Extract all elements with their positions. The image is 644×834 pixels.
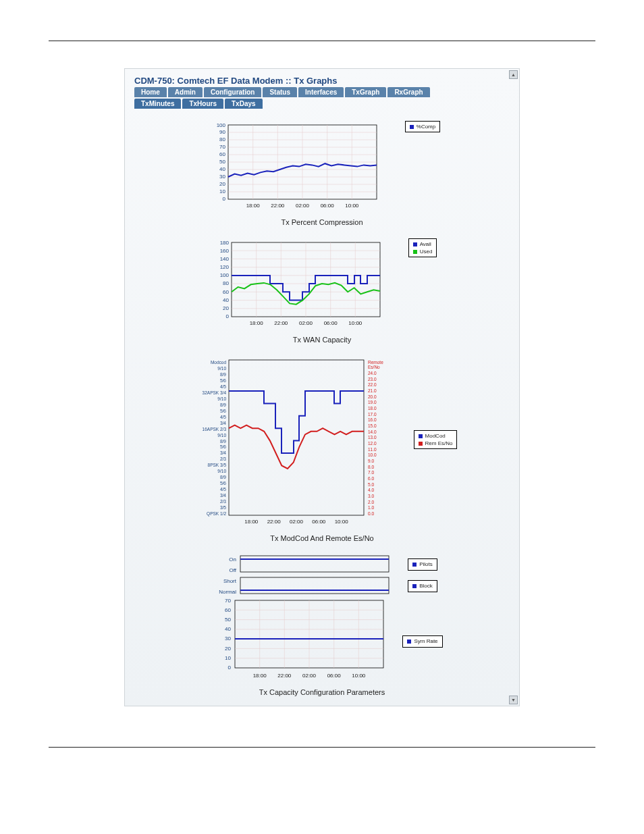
chart-tx-percent-compression: 01020 304050 607080 90100 18:00 22:00 02… [134,121,510,215]
tab-home[interactable]: Home [134,87,167,97]
legend-item-comp: %Comp [417,123,435,130]
svg-text:8/9: 8/9 [220,475,226,479]
svg-text:20: 20 [223,305,229,311]
svg-text:18:00: 18:00 [246,203,260,209]
panel-pilots: On Off [207,554,404,575]
svg-text:90: 90 [219,129,225,135]
svg-text:40: 40 [225,626,232,632]
svg-text:6.0: 6.0 [368,476,374,481]
tab-configuration[interactable]: Configuration [204,87,262,97]
svg-text:4/5: 4/5 [220,415,226,419]
svg-text:20: 20 [225,646,232,652]
legend-comp: %Comp [405,121,440,132]
svg-text:22:00: 22:00 [271,203,285,209]
svg-text:10.0: 10.0 [368,452,377,457]
svg-text:180: 180 [219,240,229,246]
svg-text:10:00: 10:00 [334,519,348,525]
svg-text:60: 60 [225,607,232,613]
chart-tx-wan-capacity: 02040 6080100 120140160 180 18:00 22:00 … [134,238,510,333]
tab-status[interactable]: Status [263,87,297,97]
svg-text:60: 60 [219,151,225,157]
legend-item-pilots: Pilots [419,561,433,568]
tab-txhours[interactable]: TxHours [182,99,223,109]
tab-rxgraph[interactable]: RxGraph [387,87,429,97]
svg-text:160: 160 [219,248,229,254]
chart-tx-modcod-esno: Modcod9/108/95/64/532APSK 3/49/108/95/64… [134,356,510,531]
svg-text:20: 20 [219,181,225,187]
svg-text:Modcod: Modcod [210,360,226,365]
svg-text:06:00: 06:00 [327,673,342,679]
svg-text:80: 80 [219,136,225,142]
main-tabs: Home Admin Configuration Status Interfac… [134,87,510,97]
svg-text:20.0: 20.0 [368,394,377,399]
svg-text:02:00: 02:00 [302,673,317,679]
svg-text:0: 0 [222,196,225,202]
svg-text:Es/No: Es/No [368,365,380,369]
scroll-down-icon[interactable]: ▼ [509,696,518,704]
svg-text:30: 30 [225,635,232,642]
svg-text:60: 60 [223,289,229,295]
svg-text:5/6: 5/6 [220,444,226,449]
svg-text:15.0: 15.0 [368,423,377,428]
svg-text:3/4: 3/4 [220,493,226,498]
svg-text:10: 10 [225,655,232,661]
svg-text:2/3: 2/3 [220,457,226,461]
svg-text:10:00: 10:00 [348,320,363,326]
svg-text:02:00: 02:00 [296,203,310,209]
svg-text:10:00: 10:00 [352,673,367,679]
svg-text:16APSK 2/3: 16APSK 2/3 [202,427,226,432]
svg-text:30: 30 [219,174,225,180]
svg-text:3/4: 3/4 [220,421,226,425]
tab-admin[interactable]: Admin [168,87,203,97]
svg-text:40: 40 [219,166,225,172]
tab-txminutes[interactable]: TxMinutes [134,99,181,109]
svg-text:8PSK 3/5: 8PSK 3/5 [207,463,226,467]
svg-text:140: 140 [219,256,229,262]
svg-text:8/9: 8/9 [220,372,226,377]
chart3-svg: Modcod9/108/95/64/532APSK 3/49/108/95/64… [187,356,410,531]
svg-text:17.0: 17.0 [368,412,377,417]
chart-tx-capacity-config: On Off Pilots Short [134,554,510,685]
svg-text:06:00: 06:00 [323,320,338,326]
legend-modcod: ModCod Rem Es/No [414,430,458,449]
svg-text:11.0: 11.0 [368,447,377,452]
tab-txgraph[interactable]: TxGraph [345,87,386,97]
svg-text:120: 120 [219,264,229,270]
scroll-up-icon[interactable]: ▲ [509,70,518,79]
chart2-title: Tx WAN Capacity [134,336,510,344]
svg-text:16.0: 16.0 [368,417,377,422]
svg-text:1.0: 1.0 [368,505,374,510]
svg-text:2/3: 2/3 [220,499,226,504]
svg-text:2.0: 2.0 [368,500,374,504]
svg-text:5.0: 5.0 [368,482,374,487]
svg-text:3/5: 3/5 [220,505,226,510]
svg-text:18.0: 18.0 [368,406,377,411]
tab-txdays[interactable]: TxDays [225,99,263,109]
svg-text:Short: Short [223,578,237,584]
panel-symrate: 01020 304050 6070 18:00 22:00 02:00 06:0… [201,598,398,685]
legend-wan: Avail Used [408,238,437,257]
legend-item-modcod: ModCod [425,432,446,440]
panel-block: Short Normal [207,576,404,596]
svg-text:50: 50 [219,159,225,165]
svg-text:100: 100 [219,272,229,278]
tab-interfaces[interactable]: Interfaces [298,87,344,97]
svg-rect-123 [240,577,389,594]
sub-tabs: TxMinutes TxHours TxDays [134,99,510,109]
chart4-title: Tx Capacity Configuration Parameters [134,688,510,696]
svg-text:02:00: 02:00 [299,320,313,326]
svg-rect-60 [229,360,364,515]
svg-text:QPSK 1/2: QPSK 1/2 [207,511,226,517]
svg-text:0: 0 [228,664,232,671]
svg-text:70: 70 [219,144,225,150]
svg-text:18:00: 18:00 [253,673,267,679]
svg-text:13.0: 13.0 [368,435,377,440]
svg-text:21.0: 21.0 [368,388,377,393]
svg-text:5/6: 5/6 [220,481,226,486]
chart2-svg: 02040 6080100 120140160 180 18:00 22:00 … [207,238,404,333]
svg-text:10:00: 10:00 [345,203,359,209]
svg-text:80: 80 [223,280,229,286]
svg-text:Remote: Remote [368,360,383,365]
chart3-title: Tx ModCod And Remote Es/No [134,534,510,542]
legend-item-block: Block [419,582,433,590]
